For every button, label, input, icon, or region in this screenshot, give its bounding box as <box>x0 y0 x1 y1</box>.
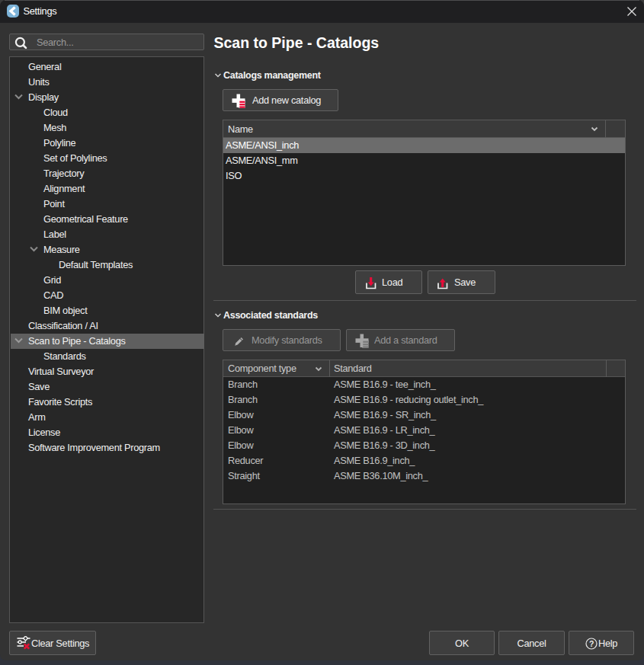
svg-text:?: ? <box>589 639 594 648</box>
